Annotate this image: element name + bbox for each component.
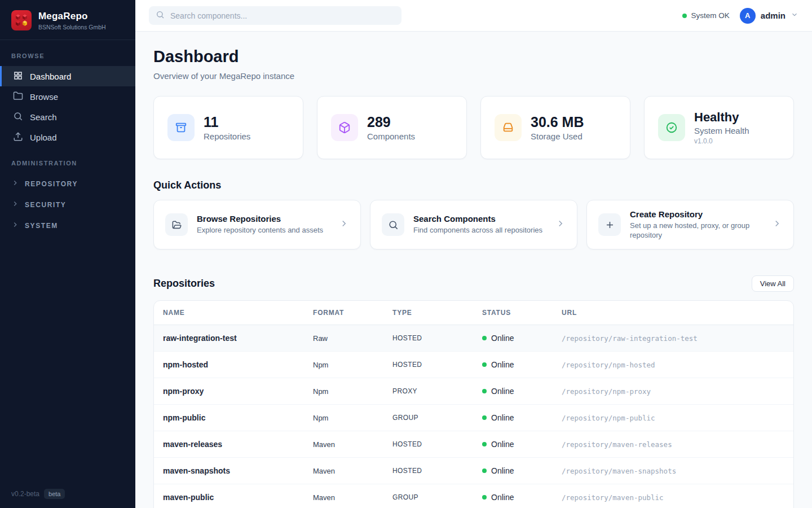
quick-actions-grid: Browse Repositories Explore repository c… <box>153 200 794 249</box>
app-subtitle: BSNSoft Solutions GmbH <box>38 24 106 30</box>
column-header-url: URL <box>553 301 793 325</box>
repo-type: GROUP <box>383 485 473 508</box>
repo-status: Online <box>473 405 553 431</box>
sidebar: MegaRepo BSNSoft Solutions GmbH BROWSE D… <box>0 0 135 508</box>
repo-name: npm-hosted <box>154 352 304 378</box>
app-title: MegaRepo <box>38 11 106 22</box>
stat-label: Components <box>367 132 415 141</box>
browse-section-label: BROWSE <box>0 40 135 66</box>
chevron-right-icon <box>11 221 19 230</box>
folder-open-icon <box>165 213 188 236</box>
main-area: System OK A admin Dashboard Overview of … <box>135 0 812 508</box>
folder-icon <box>13 91 23 103</box>
page-title: Dashboard <box>153 47 794 66</box>
repo-status: Online <box>473 325 553 351</box>
table-row[interactable]: maven-public Maven GROUP Online /reposit… <box>154 484 793 508</box>
quick-action-desc: Set up a new hosted, proxy, or group rep… <box>630 221 763 240</box>
column-header-status: STATUS <box>473 301 553 325</box>
sidebar-item-security[interactable]: SECURITY <box>0 194 135 215</box>
page-subtitle: Overview of your MegaRepo instance <box>153 71 794 81</box>
sidebar-item-search[interactable]: Search <box>0 107 135 127</box>
repo-status: Online <box>473 378 553 404</box>
check-circle-icon <box>658 114 685 141</box>
dashboard-content: Dashboard Overview of your MegaRepo inst… <box>135 32 812 508</box>
search-icon <box>13 111 23 123</box>
repo-url: /repository/npm-hosted <box>553 352 793 378</box>
global-search-box[interactable] <box>149 6 401 25</box>
repo-status: Online <box>473 431 553 457</box>
user-menu[interactable]: A admin <box>740 8 798 24</box>
repo-url: /repository/maven-snapshots <box>553 458 793 484</box>
hard-drive-icon <box>495 114 522 141</box>
quick-action-title: Search Components <box>413 214 546 224</box>
repositories-heading: Repositories <box>153 278 215 290</box>
username: admin <box>761 11 785 20</box>
quick-action-search-components[interactable]: Search Components Find components across… <box>370 200 577 249</box>
view-all-button[interactable]: View All <box>752 275 794 292</box>
online-dot-icon <box>482 415 487 420</box>
stat-card-repositories: 11 Repositories <box>153 96 303 159</box>
stat-value: 11 <box>204 114 250 130</box>
column-header-format: FORMAT <box>304 301 383 325</box>
search-icon <box>156 10 165 21</box>
stat-card-components: 289 Components <box>317 96 467 159</box>
megarepo-logo-icon <box>11 10 32 30</box>
repo-type: HOSTED <box>383 458 473 483</box>
system-status: System OK <box>682 11 730 20</box>
repo-format: Npm <box>304 379 383 404</box>
column-header-name: NAME <box>154 301 304 325</box>
sidebar-item-system[interactable]: SYSTEM <box>0 215 135 236</box>
repo-url: /repository/npm-public <box>553 405 793 431</box>
table-row[interactable]: npm-public Npm GROUP Online /repository/… <box>154 405 793 431</box>
online-dot-icon <box>482 468 487 473</box>
stat-value: Healthy <box>694 110 749 124</box>
repo-type: HOSTED <box>383 352 473 377</box>
table-row[interactable]: npm-proxy Npm PROXY Online /repository/n… <box>154 378 793 405</box>
stat-label: System Health <box>694 126 749 135</box>
logo-row: MegaRepo BSNSoft Solutions GmbH <box>0 0 135 40</box>
sidebar-item-repository[interactable]: REPOSITORY <box>0 173 135 194</box>
repo-name: raw-integration-test <box>154 325 304 351</box>
repo-format: Npm <box>304 405 383 431</box>
chevron-right-icon <box>772 218 782 231</box>
sidebar-item-browse[interactable]: Browse <box>0 86 135 107</box>
sidebar-item-label: Search <box>30 112 57 122</box>
sidebar-item-label: REPOSITORY <box>25 180 78 188</box>
upload-icon <box>13 132 23 143</box>
repo-name: maven-snapshots <box>154 458 304 484</box>
repo-format: Maven <box>304 485 383 508</box>
chevron-right-icon <box>339 218 349 231</box>
table-row[interactable]: maven-releases Maven HOSTED Online /repo… <box>154 431 793 458</box>
repo-name: npm-public <box>154 405 304 431</box>
quick-actions-heading: Quick Actions <box>153 179 794 191</box>
quick-action-browse-repositories[interactable]: Browse Repositories Explore repository c… <box>153 200 361 249</box>
stat-card-storage: 30.6 MB Storage Used <box>480 96 630 159</box>
repo-url: /repository/maven-public <box>553 485 793 508</box>
quick-action-title: Browse Repositories <box>197 214 330 224</box>
sidebar-item-label: SYSTEM <box>25 222 58 230</box>
repo-url: /repository/raw-integration-test <box>553 326 793 351</box>
sidebar-item-dashboard[interactable]: Dashboard <box>0 66 135 86</box>
repositories-table: NAME FORMAT TYPE STATUS URL raw-integrat… <box>153 300 794 508</box>
table-row[interactable]: npm-hosted Npm HOSTED Online /repository… <box>154 352 793 378</box>
chevron-down-icon <box>791 11 798 21</box>
repo-format: Maven <box>304 458 383 484</box>
quick-action-desc: Explore repository contents and assets <box>197 226 330 235</box>
sidebar-item-label: Browse <box>30 92 58 102</box>
repo-status: Online <box>473 352 553 378</box>
online-dot-icon <box>482 362 487 367</box>
repo-format: Npm <box>304 352 383 378</box>
grid-icon <box>13 71 23 82</box>
table-row[interactable]: maven-snapshots Maven HOSTED Online /rep… <box>154 458 793 484</box>
chevron-right-icon <box>11 200 19 209</box>
repo-format: Maven <box>304 432 383 457</box>
stats-grid: 11 Repositories 289 Components 30.6 MB <box>153 96 794 159</box>
table-row[interactable]: raw-integration-test Raw HOSTED Online /… <box>154 325 793 352</box>
chevron-right-icon <box>11 179 19 189</box>
quick-action-create-repository[interactable]: Create Repository Set up a new hosted, p… <box>586 200 794 249</box>
sidebar-item-upload[interactable]: Upload <box>0 127 135 147</box>
repo-url: /repository/npm-proxy <box>553 379 793 404</box>
avatar: A <box>740 8 756 24</box>
topbar: System OK A admin <box>135 0 812 32</box>
search-input[interactable] <box>170 11 395 20</box>
